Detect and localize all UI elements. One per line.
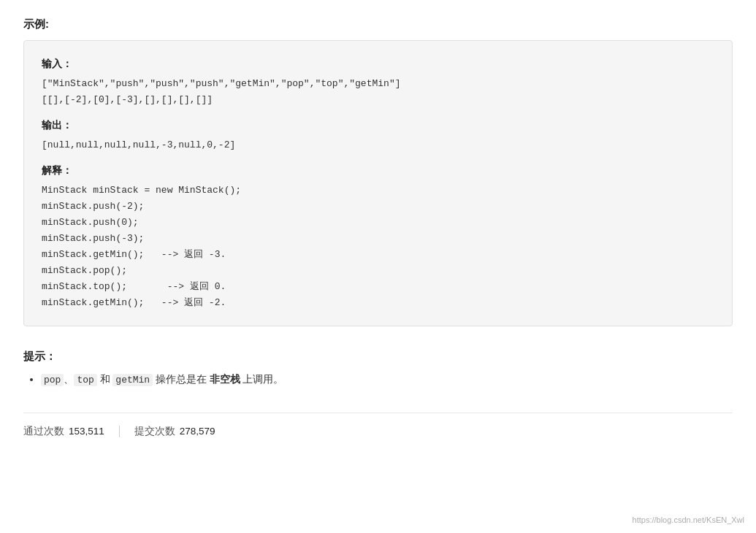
hint-code-getmin: getMin: [112, 374, 153, 386]
hint-list-item: pop、top 和 getMin 操作总是在 非空栈 上调用。: [41, 371, 733, 388]
hint-list: pop、top 和 getMin 操作总是在 非空栈 上调用。: [23, 371, 733, 388]
input-line-1: ["MinStack","push","push","push","getMin…: [42, 76, 714, 92]
stat-divider: [119, 426, 120, 437]
hint-sep2: 和: [97, 374, 113, 385]
example-code-block: 输入： ["MinStack","push","push","push","ge…: [23, 40, 733, 326]
stat-pass: 通过次数 153,511: [23, 425, 104, 438]
watermark: https://blog.csdn.net/KsEN_Xwl: [633, 515, 744, 524]
pass-value: 153,511: [69, 426, 104, 437]
hint-sep1: 、: [64, 374, 74, 385]
example-section-title: 示例:: [23, 18, 733, 31]
stats-row: 通过次数 153,511 提交次数 278,579: [23, 413, 733, 438]
explain-line-3: minStack.push(0);: [42, 215, 714, 231]
submit-label: 提交次数: [134, 425, 175, 438]
explain-line-8: minStack.getMin(); --> 返回 -2.: [42, 295, 714, 311]
explain-line-6: minStack.pop();: [42, 263, 714, 279]
hint-suffix-normal: 操作总是在: [153, 374, 210, 385]
explain-label: 解释：: [42, 162, 714, 180]
explain-line-1: MinStack minStack = new MinStack();: [42, 183, 714, 199]
hint-suffix-bold: 非空栈: [210, 374, 240, 385]
pass-label: 通过次数: [23, 425, 64, 438]
explain-line-2: minStack.push(-2);: [42, 199, 714, 215]
explain-line-5: minStack.getMin(); --> 返回 -3.: [42, 247, 714, 263]
stat-submit: 提交次数 278,579: [134, 425, 215, 438]
hint-section: 提示： pop、top 和 getMin 操作总是在 非空栈 上调用。: [23, 350, 733, 388]
output-line-1: [null,null,null,null,-3,null,0,-2]: [42, 137, 714, 153]
input-label: 输入：: [42, 55, 714, 73]
output-label: 输出：: [42, 117, 714, 134]
hint-title: 提示：: [23, 350, 733, 364]
explain-line-7: minStack.top(); --> 返回 0.: [42, 279, 714, 295]
input-line-2: [[],[-2],[0],[-3],[],[],[],[]]: [42, 92, 714, 108]
hint-code-top: top: [74, 374, 96, 386]
explain-line-4: minStack.push(-3);: [42, 231, 714, 247]
hint-code-pop: pop: [41, 374, 64, 386]
submit-value: 278,579: [180, 426, 215, 437]
hint-suffix-end: 上调用。: [240, 374, 284, 385]
